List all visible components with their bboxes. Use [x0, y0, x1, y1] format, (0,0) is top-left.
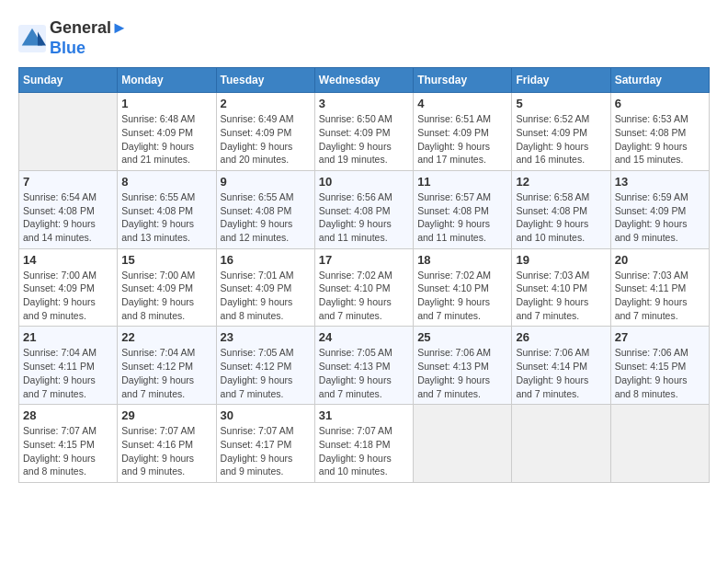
day-header-tuesday: Tuesday: [216, 68, 314, 93]
page-header: General►Blue: [18, 18, 710, 58]
day-header-monday: Monday: [118, 68, 216, 93]
day-header-friday: Friday: [512, 68, 610, 93]
day-cell: 16Sunrise: 7:01 AM Sunset: 4:09 PM Dayli…: [216, 248, 314, 327]
day-info: Sunrise: 6:53 AM Sunset: 4:08 PM Dayligh…: [615, 112, 705, 167]
day-number: 12: [516, 175, 606, 189]
day-number: 9: [221, 175, 311, 189]
day-cell: 7Sunrise: 6:54 AM Sunset: 4:08 PM Daylig…: [19, 170, 118, 248]
calendar-table: SundayMondayTuesdayWednesdayThursdayFrid…: [18, 67, 710, 483]
day-info: Sunrise: 7:06 AM Sunset: 4:14 PM Dayligh…: [516, 346, 606, 400]
day-cell: 9Sunrise: 6:55 AM Sunset: 4:08 PM Daylig…: [216, 170, 314, 248]
day-number: 27: [615, 330, 705, 344]
day-cell: 17Sunrise: 7:02 AM Sunset: 4:10 PM Dayli…: [314, 248, 413, 327]
day-header-thursday: Thursday: [414, 68, 512, 93]
day-cell: 10Sunrise: 6:56 AM Sunset: 4:08 PM Dayli…: [314, 170, 413, 248]
day-cell: 18Sunrise: 7:02 AM Sunset: 4:10 PM Dayli…: [414, 248, 512, 327]
day-info: Sunrise: 7:05 AM Sunset: 4:13 PM Dayligh…: [319, 346, 409, 400]
day-header-saturday: Saturday: [610, 68, 709, 93]
day-cell: 24Sunrise: 7:05 AM Sunset: 4:13 PM Dayli…: [314, 327, 413, 405]
day-info: Sunrise: 7:03 AM Sunset: 4:11 PM Dayligh…: [615, 269, 705, 323]
day-info: Sunrise: 7:05 AM Sunset: 4:12 PM Dayligh…: [221, 346, 311, 400]
day-info: Sunrise: 6:48 AM Sunset: 4:09 PM Dayligh…: [121, 112, 211, 167]
day-number: 4: [417, 97, 507, 110]
week-row-2: 7Sunrise: 6:54 AM Sunset: 4:08 PM Daylig…: [19, 170, 710, 248]
day-cell: 25Sunrise: 7:06 AM Sunset: 4:13 PM Dayli…: [414, 327, 512, 405]
day-number: 13: [615, 175, 705, 189]
day-info: Sunrise: 7:04 AM Sunset: 4:12 PM Dayligh…: [121, 346, 211, 400]
day-cell: 3Sunrise: 6:50 AM Sunset: 4:09 PM Daylig…: [314, 93, 413, 171]
day-number: 15: [121, 253, 211, 267]
day-number: 14: [23, 253, 113, 267]
day-number: 20: [615, 253, 705, 267]
day-info: Sunrise: 6:57 AM Sunset: 4:08 PM Dayligh…: [417, 190, 507, 245]
day-cell: 30Sunrise: 7:07 AM Sunset: 4:17 PM Dayli…: [216, 405, 314, 483]
logo: General►Blue: [18, 18, 128, 58]
calendar-body: 1Sunrise: 6:48 AM Sunset: 4:09 PM Daylig…: [19, 93, 710, 483]
day-info: Sunrise: 6:52 AM Sunset: 4:09 PM Dayligh…: [516, 112, 606, 167]
day-info: Sunrise: 7:07 AM Sunset: 4:16 PM Dayligh…: [121, 424, 211, 478]
day-number: 17: [319, 253, 409, 267]
day-number: 16: [221, 253, 311, 267]
day-cell: [512, 405, 610, 483]
day-info: Sunrise: 7:02 AM Sunset: 4:10 PM Dayligh…: [417, 269, 507, 323]
day-info: Sunrise: 6:49 AM Sunset: 4:09 PM Dayligh…: [221, 112, 311, 167]
logo-icon: [18, 25, 46, 52]
day-cell: 28Sunrise: 7:07 AM Sunset: 4:15 PM Dayli…: [19, 405, 118, 483]
day-number: 26: [516, 330, 606, 344]
day-info: Sunrise: 6:54 AM Sunset: 4:08 PM Dayligh…: [23, 190, 113, 245]
day-number: 29: [121, 408, 211, 422]
day-cell: 15Sunrise: 7:00 AM Sunset: 4:09 PM Dayli…: [118, 248, 216, 327]
day-number: 31: [319, 408, 409, 422]
day-cell: 14Sunrise: 7:00 AM Sunset: 4:09 PM Dayli…: [19, 248, 118, 327]
day-number: 25: [417, 330, 507, 344]
day-cell: 12Sunrise: 6:58 AM Sunset: 4:08 PM Dayli…: [512, 170, 610, 248]
day-number: 6: [615, 97, 705, 110]
day-cell: 31Sunrise: 7:07 AM Sunset: 4:18 PM Dayli…: [314, 405, 413, 483]
day-number: 28: [23, 408, 113, 422]
day-info: Sunrise: 7:04 AM Sunset: 4:11 PM Dayligh…: [23, 346, 113, 400]
day-cell: 21Sunrise: 7:04 AM Sunset: 4:11 PM Dayli…: [19, 327, 118, 405]
day-info: Sunrise: 7:07 AM Sunset: 4:15 PM Dayligh…: [23, 424, 113, 478]
day-info: Sunrise: 6:55 AM Sunset: 4:08 PM Dayligh…: [121, 190, 211, 245]
days-row: SundayMondayTuesdayWednesdayThursdayFrid…: [19, 68, 710, 93]
day-cell: 26Sunrise: 7:06 AM Sunset: 4:14 PM Dayli…: [512, 327, 610, 405]
day-number: 5: [516, 97, 606, 110]
week-row-1: 1Sunrise: 6:48 AM Sunset: 4:09 PM Daylig…: [19, 93, 710, 171]
day-cell: [19, 93, 118, 171]
day-cell: 2Sunrise: 6:49 AM Sunset: 4:09 PM Daylig…: [216, 93, 314, 171]
day-cell: 29Sunrise: 7:07 AM Sunset: 4:16 PM Dayli…: [118, 405, 216, 483]
day-cell: 23Sunrise: 7:05 AM Sunset: 4:12 PM Dayli…: [216, 327, 314, 405]
day-info: Sunrise: 7:06 AM Sunset: 4:15 PM Dayligh…: [615, 346, 705, 400]
day-info: Sunrise: 7:01 AM Sunset: 4:09 PM Dayligh…: [221, 269, 311, 323]
day-info: Sunrise: 6:50 AM Sunset: 4:09 PM Dayligh…: [319, 112, 409, 167]
day-info: Sunrise: 7:07 AM Sunset: 4:18 PM Dayligh…: [319, 424, 409, 478]
week-row-3: 14Sunrise: 7:00 AM Sunset: 4:09 PM Dayli…: [19, 248, 710, 327]
day-cell: 5Sunrise: 6:52 AM Sunset: 4:09 PM Daylig…: [512, 93, 610, 171]
day-number: 30: [221, 408, 311, 422]
day-info: Sunrise: 6:55 AM Sunset: 4:08 PM Dayligh…: [221, 190, 311, 245]
day-info: Sunrise: 7:06 AM Sunset: 4:13 PM Dayligh…: [417, 346, 507, 400]
day-number: 24: [319, 330, 409, 344]
day-number: 22: [121, 330, 211, 344]
day-cell: 27Sunrise: 7:06 AM Sunset: 4:15 PM Dayli…: [610, 327, 709, 405]
week-row-5: 28Sunrise: 7:07 AM Sunset: 4:15 PM Dayli…: [19, 405, 710, 483]
day-cell: 4Sunrise: 6:51 AM Sunset: 4:09 PM Daylig…: [414, 93, 512, 171]
day-number: 19: [516, 253, 606, 267]
day-number: 23: [221, 330, 311, 344]
day-info: Sunrise: 7:02 AM Sunset: 4:10 PM Dayligh…: [319, 269, 409, 323]
day-info: Sunrise: 7:07 AM Sunset: 4:17 PM Dayligh…: [221, 424, 311, 478]
day-number: 8: [121, 175, 211, 189]
day-info: Sunrise: 6:58 AM Sunset: 4:08 PM Dayligh…: [516, 190, 606, 245]
day-header-sunday: Sunday: [19, 68, 118, 93]
day-info: Sunrise: 6:51 AM Sunset: 4:09 PM Dayligh…: [417, 112, 507, 167]
day-cell: 8Sunrise: 6:55 AM Sunset: 4:08 PM Daylig…: [118, 170, 216, 248]
day-cell: [610, 405, 709, 483]
day-number: 7: [23, 175, 113, 189]
day-number: 18: [417, 253, 507, 267]
day-info: Sunrise: 7:00 AM Sunset: 4:09 PM Dayligh…: [121, 269, 211, 323]
day-cell: [414, 405, 512, 483]
day-number: 11: [417, 175, 507, 189]
week-row-4: 21Sunrise: 7:04 AM Sunset: 4:11 PM Dayli…: [19, 327, 710, 405]
day-info: Sunrise: 6:56 AM Sunset: 4:08 PM Dayligh…: [319, 190, 409, 245]
day-info: Sunrise: 6:59 AM Sunset: 4:09 PM Dayligh…: [615, 190, 705, 245]
